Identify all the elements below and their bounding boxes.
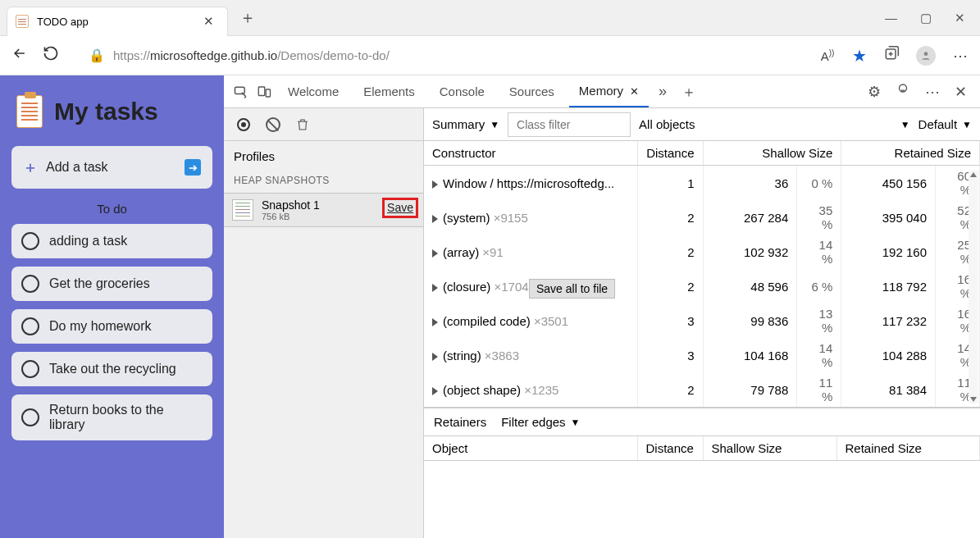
ret-col-retained[interactable]: Retained Size bbox=[836, 436, 979, 461]
filter-edges-select[interactable]: Filter edges ▼ bbox=[501, 415, 580, 429]
add-task-card[interactable]: ＋ Add a task ➔ bbox=[11, 146, 212, 189]
constructors-table-wrap: Constructor Distance Shallow Size Retain… bbox=[424, 141, 980, 408]
favorite-icon[interactable]: ★ bbox=[852, 46, 867, 66]
tab-memory[interactable]: Memory✕ bbox=[569, 75, 649, 107]
tab-console[interactable]: Console bbox=[430, 76, 495, 107]
maximize-icon[interactable]: ▢ bbox=[920, 11, 932, 25]
col-distance[interactable]: Distance bbox=[637, 141, 703, 166]
profiles-heading: Profiles bbox=[224, 141, 423, 171]
ret-col-shallow[interactable]: Shallow Size bbox=[703, 436, 836, 461]
refresh-button[interactable] bbox=[43, 45, 59, 66]
task-item[interactable]: Get the groceries bbox=[11, 267, 212, 301]
table-row[interactable]: (array) ×912102 93214 %192 16025 % bbox=[424, 235, 980, 269]
lock-icon: 🔒 bbox=[89, 48, 105, 63]
expand-icon[interactable] bbox=[432, 249, 438, 258]
scope-select[interactable]: All objects bbox=[639, 117, 695, 131]
task-checkbox[interactable] bbox=[21, 275, 39, 293]
tab-favicon bbox=[16, 15, 29, 28]
task-item[interactable]: Do my homework bbox=[11, 309, 212, 344]
close-devtools-icon[interactable]: ✕ bbox=[950, 83, 972, 101]
task-label: Do my homework bbox=[49, 319, 151, 334]
settings-icon[interactable]: ⚙ bbox=[863, 83, 886, 101]
task-checkbox[interactable] bbox=[21, 360, 39, 378]
collections-icon[interactable] bbox=[883, 45, 900, 66]
view-select[interactable]: Summary▼ bbox=[432, 117, 499, 131]
svg-point-1 bbox=[924, 52, 928, 56]
col-retained[interactable]: Retained Size bbox=[841, 141, 980, 166]
retainers-body bbox=[424, 461, 980, 538]
new-tab-button[interactable]: ＋ bbox=[239, 7, 256, 29]
tab-elements[interactable]: Elements bbox=[353, 76, 425, 107]
retainers-bar: Retainers Filter edges ▼ bbox=[424, 408, 980, 436]
svg-rect-2 bbox=[235, 87, 245, 93]
read-aloud-icon[interactable]: A)) bbox=[819, 48, 836, 63]
profile-avatar[interactable] bbox=[916, 46, 936, 66]
save-link[interactable]: Save bbox=[387, 201, 413, 214]
more-tabs-icon[interactable]: » bbox=[654, 83, 672, 100]
more-icon[interactable]: ⋯ bbox=[952, 47, 969, 65]
url-toolbar: 🔒 https://microsoftedge.github.io/Demos/… bbox=[0, 36, 980, 75]
expand-icon[interactable] bbox=[432, 353, 438, 361]
close-tab-icon: ✕ bbox=[630, 85, 639, 98]
task-item[interactable]: adding a task bbox=[11, 224, 212, 258]
default-select[interactable]: Default▼ bbox=[918, 117, 972, 131]
task-label: Take out the recycling bbox=[49, 362, 176, 376]
devtools-tabbar: Welcome Elements Console Sources Memory✕… bbox=[224, 75, 980, 108]
app-sidebar: My tasks ＋ Add a task ➔ To do adding a t… bbox=[0, 75, 224, 538]
class-filter-input[interactable] bbox=[508, 112, 631, 137]
clipboard-icon bbox=[16, 95, 43, 128]
browser-tab[interactable]: TODO app ✕ bbox=[7, 7, 228, 36]
task-checkbox[interactable] bbox=[21, 317, 39, 335]
table-row[interactable]: (compiled code) ×3501399 83613 %117 2321… bbox=[424, 303, 980, 338]
profiles-subheading: HEAP SNAPSHOTS bbox=[224, 171, 423, 193]
table-row[interactable]: (closure) ×1704248 5966 %118 79216 % bbox=[424, 269, 980, 303]
app-title: My tasks bbox=[16, 95, 212, 128]
snapshot-row[interactable]: Snapshot 1 756 kB Save bbox=[224, 193, 423, 227]
ret-col-distance[interactable]: Distance bbox=[637, 436, 703, 461]
expand-icon[interactable] bbox=[432, 387, 438, 395]
add-panel-icon[interactable]: ＋ bbox=[677, 82, 701, 102]
minimize-icon[interactable]: — bbox=[885, 11, 897, 25]
table-row[interactable]: (string) ×38633104 16814 %104 28814 % bbox=[424, 338, 980, 372]
scrollbar[interactable] bbox=[969, 171, 978, 404]
tab-close-icon[interactable]: ✕ bbox=[203, 14, 214, 29]
task-item[interactable]: Return books to the library bbox=[11, 394, 212, 440]
address-bar[interactable]: 🔒 https://microsoftedge.github.io/Demos/… bbox=[77, 44, 801, 66]
task-item[interactable]: Take out the recycling bbox=[11, 352, 212, 386]
snapshot-thumb-icon bbox=[232, 199, 253, 221]
app-heading: My tasks bbox=[54, 98, 158, 125]
record-button[interactable] bbox=[235, 116, 252, 133]
snapshot-name: Snapshot 1 bbox=[262, 198, 320, 212]
task-checkbox[interactable] bbox=[21, 408, 39, 426]
tab-sources[interactable]: Sources bbox=[499, 76, 564, 107]
task-label: adding a task bbox=[49, 234, 127, 248]
kebab-icon[interactable]: ⋯ bbox=[920, 83, 945, 101]
expand-icon[interactable] bbox=[432, 284, 438, 292]
expand-icon[interactable] bbox=[432, 180, 438, 189]
table-row[interactable]: Window / https://microsoftedg...1360 %45… bbox=[424, 166, 980, 201]
task-label: Return books to the library bbox=[49, 403, 203, 432]
tab-welcome[interactable]: Welcome bbox=[278, 76, 349, 107]
table-row[interactable]: (object shape) ×1235279 78811 %81 38411 … bbox=[424, 372, 980, 407]
close-window-icon[interactable]: ✕ bbox=[955, 11, 965, 25]
back-button[interactable] bbox=[11, 45, 28, 66]
scope-caret[interactable]: ▼ bbox=[900, 119, 910, 130]
url-text: https://microsoftedge.github.io/Demos/de… bbox=[113, 48, 390, 62]
table-row[interactable]: (system) ×91552267 28435 %395 04052 % bbox=[424, 200, 980, 235]
plus-icon: ＋ bbox=[23, 157, 38, 177]
task-checkbox[interactable] bbox=[21, 232, 39, 250]
expand-icon[interactable] bbox=[432, 318, 438, 326]
clear-button[interactable] bbox=[265, 116, 281, 133]
feedback-icon[interactable] bbox=[891, 82, 915, 101]
ret-col-object[interactable]: Object bbox=[424, 436, 637, 461]
snapshot-size: 756 kB bbox=[262, 212, 320, 221]
expand-icon[interactable] bbox=[432, 215, 438, 223]
device-icon[interactable] bbox=[255, 83, 273, 101]
submit-arrow-icon[interactable]: ➔ bbox=[185, 159, 201, 176]
col-constructor[interactable]: Constructor bbox=[424, 141, 637, 166]
constructors-table: Constructor Distance Shallow Size Retain… bbox=[424, 141, 980, 407]
retainers-panel: Retainers Filter edges ▼ Object Distance… bbox=[424, 408, 980, 538]
inspect-icon[interactable] bbox=[232, 83, 250, 101]
delete-button[interactable] bbox=[294, 116, 311, 133]
col-shallow[interactable]: Shallow Size bbox=[703, 141, 841, 166]
